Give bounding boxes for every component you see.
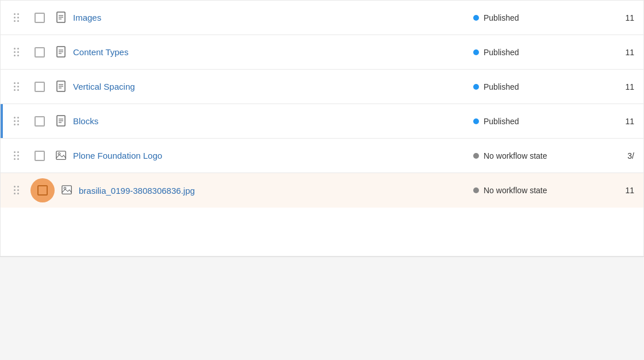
drag-handle[interactable]: [10, 45, 24, 59]
table-row: Plone Foundation Logo No workflow state …: [1, 139, 643, 173]
drag-dots-icon: [14, 117, 20, 126]
table-row: Images Published 11: [1, 1, 643, 35]
content-table: Images Published 11: [0, 0, 644, 256]
date-brasilia: 11: [600, 186, 634, 195]
row-checkbox[interactable]: [34, 82, 45, 92]
status-label: Published: [484, 117, 519, 126]
drag-handle[interactable]: [10, 80, 24, 94]
row-checkbox[interactable]: [34, 151, 45, 161]
status-label: No workflow state: [484, 186, 547, 195]
table-row: Vertical Spacing Published 11: [1, 70, 643, 104]
row-checkbox[interactable]: [34, 47, 45, 58]
drag-dots-icon: [14, 48, 20, 57]
status-blocks: Published: [473, 117, 600, 126]
table-row: Content Types Published 11: [1, 35, 643, 70]
status-label: Published: [484, 13, 519, 22]
item-title-vertical-spacing[interactable]: Vertical Spacing: [73, 82, 473, 91]
checkbox-wrapper[interactable]: [30, 9, 49, 27]
drag-handle[interactable]: [10, 11, 24, 25]
status-brasilia: No workflow state: [473, 186, 600, 195]
status-label: Published: [484, 48, 519, 57]
status-label: No workflow state: [484, 151, 547, 160]
item-title-images[interactable]: Images: [73, 13, 473, 22]
status-label: Published: [484, 82, 519, 91]
checkbox-wrapper[interactable]: [30, 112, 49, 131]
drag-handle[interactable]: [10, 183, 24, 197]
image-icon: [62, 184, 73, 197]
item-title-content-types[interactable]: Content Types: [73, 47, 473, 57]
checkbox-wrapper[interactable]: [30, 78, 49, 96]
checkbox-wrapper[interactable]: [30, 43, 49, 62]
status-dot: [473, 15, 479, 21]
row-checkbox[interactable]: [34, 116, 45, 127]
date-vertical-spacing: 11: [600, 82, 634, 91]
document-icon: [56, 12, 67, 24]
item-title-plone-logo[interactable]: Plone Foundation Logo: [73, 151, 473, 160]
image-icon: [56, 150, 67, 162]
drag-dots-icon: [14, 151, 20, 160]
status-content-types: Published: [473, 48, 600, 57]
item-title-blocks[interactable]: Blocks: [73, 116, 473, 126]
item-title-brasilia[interactable]: brasilia_0199-3808306836.jpg: [79, 186, 473, 196]
drag-dots-icon: [14, 13, 20, 22]
checkbox-circle-highlight[interactable]: [30, 178, 55, 202]
document-icon: [56, 81, 67, 93]
svg-rect-18: [62, 186, 71, 194]
status-dot: [473, 118, 479, 124]
document-icon: [56, 46, 67, 59]
date-blocks: 11: [600, 117, 634, 126]
status-dot: [473, 153, 479, 159]
status-plone-logo: No workflow state: [473, 151, 600, 160]
drag-handle[interactable]: [10, 149, 24, 163]
table-row: Blocks Published 11: [1, 104, 643, 139]
row-checkbox[interactable]: [34, 13, 45, 23]
drag-dots-icon: [14, 186, 20, 195]
svg-rect-16: [56, 151, 66, 159]
footer-area: [0, 256, 644, 360]
status-dot: [473, 187, 479, 193]
checkbox-wrapper[interactable]: [30, 147, 49, 165]
drag-dots-icon: [14, 82, 20, 91]
drag-handle[interactable]: [10, 114, 24, 128]
status-dot: [473, 84, 479, 90]
status-vertical-spacing: Published: [473, 82, 600, 91]
date-content-types: 11: [600, 48, 634, 57]
table-row: brasilia_0199-3808306836.jpg No workflow…: [1, 173, 643, 208]
date-images: 11: [600, 13, 634, 22]
status-dot: [473, 49, 479, 55]
main-content: Images Published 11: [0, 0, 644, 360]
date-plone-logo: 3/: [600, 151, 634, 160]
row-checkbox-selected[interactable]: [37, 185, 48, 196]
status-images: Published: [473, 13, 600, 22]
document-icon: [56, 115, 67, 128]
